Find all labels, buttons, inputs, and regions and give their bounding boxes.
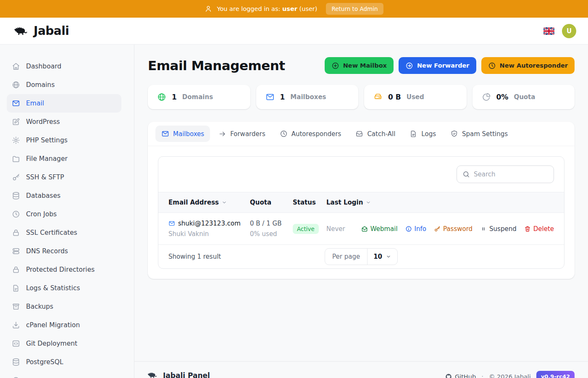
column-email-address[interactable]: Email Address xyxy=(168,199,250,206)
webmail-action[interactable]: Webmail xyxy=(361,225,398,233)
stat-value: 1 xyxy=(172,93,177,101)
email-card: Mailboxes Forwarders Autoresponders Catc… xyxy=(148,122,575,279)
logged-in-username: user xyxy=(282,5,297,12)
sidebar-item-ssh-sftp[interactable]: SSH & SFTP xyxy=(7,168,121,186)
arrow-right-icon xyxy=(218,130,226,138)
info-circle-icon xyxy=(405,226,412,232)
quota-cell: 0 B / 1 GB 0% used xyxy=(250,220,293,238)
sidebar-item-dns-records[interactable]: DNS Records xyxy=(7,242,121,260)
inbox-stack-icon xyxy=(355,130,363,138)
pie-chart-icon xyxy=(482,92,491,102)
password-action[interactable]: Password xyxy=(434,225,472,233)
sidebar-item-postgresql[interactable]: PostgreSQL xyxy=(7,353,121,371)
sidebar-item-backups[interactable]: Backups xyxy=(7,297,121,316)
home-icon xyxy=(12,62,20,71)
mail-icon xyxy=(168,220,175,227)
shield-check-icon xyxy=(450,130,458,138)
sidebar-item-email[interactable]: Email xyxy=(7,94,121,113)
column-last-login[interactable]: Last Login xyxy=(326,199,554,206)
globe-icon xyxy=(12,81,20,89)
boar-icon xyxy=(12,25,30,37)
sidebar-item-file-manager[interactable]: File Manager xyxy=(7,150,121,168)
email-address: shuki@123123.com xyxy=(178,220,241,227)
logged-in-role: (user) xyxy=(299,5,318,12)
search-icon xyxy=(462,171,470,178)
app-header: Jabali U xyxy=(0,18,588,45)
sidebar-item-ssl-certificates[interactable]: SSL Certificates xyxy=(7,223,121,242)
database-icon xyxy=(12,358,20,366)
sidebar-item-databases[interactable]: Databases xyxy=(7,186,121,205)
tab-autoresponders[interactable]: Autoresponders xyxy=(274,126,347,142)
per-page-select[interactable]: 10 xyxy=(368,249,397,265)
new-forwarder-button[interactable]: New Forwarder xyxy=(399,57,476,74)
mail-icon xyxy=(161,130,169,138)
download-tray-icon xyxy=(12,321,20,329)
plus-circle-icon xyxy=(331,62,339,70)
stat-card-used: 0 B Used xyxy=(364,85,467,109)
tab-forwarders[interactable]: Forwarders xyxy=(213,126,271,142)
table-row: shuki@123123.com Shuki Vaknin 0 B / 1 GB… xyxy=(158,213,564,245)
new-autoresponder-button[interactable]: New Autoresponder xyxy=(481,57,575,74)
new-mailbox-button[interactable]: New Mailbox xyxy=(325,57,394,74)
lock-icon xyxy=(12,228,20,237)
circle-icon xyxy=(12,376,20,378)
info-action[interactable]: Info xyxy=(405,225,426,233)
logged-in-message: You are logged in as: user (user) xyxy=(217,5,318,12)
sidebar-item-domains[interactable]: Domains xyxy=(7,76,121,94)
tab-mailboxes[interactable]: Mailboxes xyxy=(155,126,210,142)
page-footer: Jabali Panel GitHub · © 2026 Jabali v0.9… xyxy=(134,361,588,378)
document-icon xyxy=(12,284,20,292)
footer-brand-name: Jabali Panel xyxy=(163,371,210,378)
code-window-icon xyxy=(12,339,20,348)
search-input[interactable] xyxy=(474,171,548,178)
last-login-value: Never xyxy=(326,225,361,233)
suspend-action[interactable]: Suspend xyxy=(480,225,517,233)
mail-icon xyxy=(265,92,275,102)
github-link[interactable]: GitHub xyxy=(445,373,476,378)
stat-value: 1 xyxy=(280,93,285,101)
server-icon xyxy=(12,247,20,255)
folder-icon xyxy=(12,155,20,163)
version-badge: v0.9-rc42 xyxy=(536,371,575,378)
stat-card-quota: 0% Quota xyxy=(472,85,575,109)
stat-value: 0% xyxy=(496,93,509,101)
delete-action[interactable]: Delete xyxy=(524,225,554,233)
tab-spam-settings[interactable]: Spam Settings xyxy=(444,126,514,142)
email-tabs: Mailboxes Forwarders Autoresponders Catc… xyxy=(148,122,575,146)
results-summary: Showing 1 result xyxy=(168,253,221,260)
sidebar-item-cron-jobs[interactable]: Cron Jobs xyxy=(7,205,121,223)
document-icon xyxy=(410,130,417,138)
uk-flag-icon[interactable] xyxy=(543,27,554,35)
per-page-control: Per page 10 xyxy=(325,248,398,265)
clock-icon xyxy=(12,210,20,218)
gear-icon xyxy=(12,136,20,144)
sidebar-item-logs-statistics[interactable]: Logs & Statistics xyxy=(7,279,121,297)
chevron-down-icon xyxy=(386,254,391,260)
row-actions: Webmail Info Password Suspend Delete xyxy=(361,225,554,233)
stat-card-domains: 1 Domains xyxy=(148,85,250,109)
sidebar-item-wordpress[interactable]: WordPress xyxy=(7,113,121,131)
tab-catch-all[interactable]: Catch-All xyxy=(349,126,401,142)
archive-box-icon xyxy=(12,302,20,311)
sidebar-item-dashboard[interactable]: Dashboard xyxy=(7,57,121,76)
tab-logs[interactable]: Logs xyxy=(404,126,442,142)
boar-icon xyxy=(146,371,159,378)
stat-label: Mailboxes xyxy=(290,93,326,101)
mail-icon xyxy=(12,99,20,108)
sidebar-item-protected-directories[interactable]: Protected Directories xyxy=(7,260,121,279)
arrow-right-circle-icon xyxy=(405,62,413,70)
avatar[interactable]: U xyxy=(562,24,576,38)
stat-label: Domains xyxy=(182,93,213,101)
sidebar-item-git-deployment[interactable]: Git Deployment xyxy=(7,334,121,353)
stat-card-mailboxes: 1 Mailboxes xyxy=(256,85,359,109)
sidebar-item-cpanel-migration[interactable]: cPanel Migration xyxy=(7,316,121,334)
brand-logo[interactable]: Jabali xyxy=(12,24,69,38)
user-icon xyxy=(205,5,212,13)
pagination-row: Showing 1 result Per page 10 xyxy=(158,245,564,268)
sidebar-item-partial[interactable] xyxy=(7,371,121,378)
sidebar-item-php-settings[interactable]: PHP Settings xyxy=(7,131,121,150)
clock-icon xyxy=(488,62,496,70)
sidebar: Dashboard Domains Email WordPress PHP Se… xyxy=(0,45,134,378)
return-to-admin-button[interactable]: Return to Admin xyxy=(326,3,384,15)
key-icon xyxy=(434,226,441,232)
